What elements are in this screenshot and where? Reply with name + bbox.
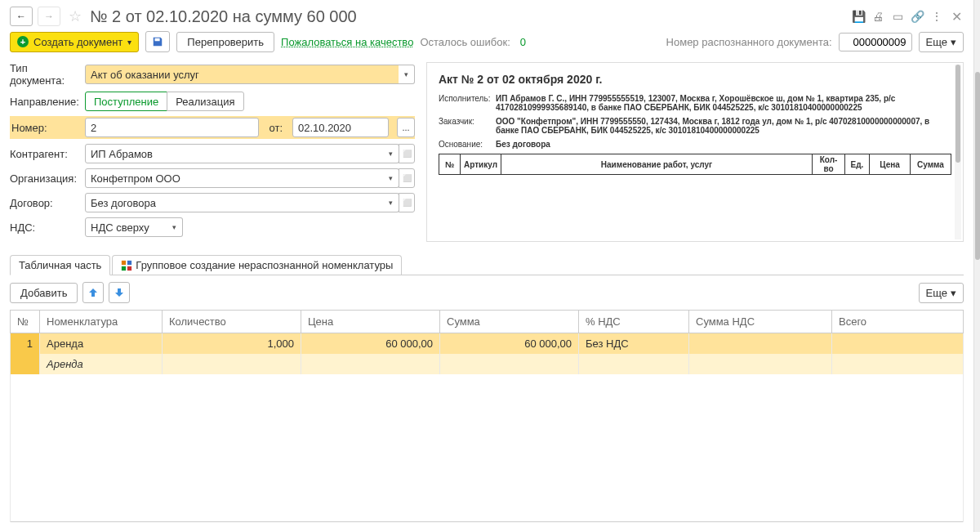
table-header-row: № Номенклатура Количество Цена Сумма % Н…: [11, 311, 964, 333]
document-preview: Акт № 2 от 02 октября 2020 г. Исполнител…: [426, 62, 964, 242]
nav-forward-button[interactable]: →: [38, 7, 60, 26]
contract-label: Договор:: [10, 197, 80, 209]
table-more-button[interactable]: Еще▾: [919, 283, 964, 303]
link-icon[interactable]: 🔗: [910, 9, 924, 24]
direction-in-button[interactable]: Поступление: [85, 92, 167, 111]
direction-out-button[interactable]: Реализация: [167, 92, 243, 111]
table-empty-area[interactable]: [11, 374, 964, 521]
doc-number-input[interactable]: [839, 33, 912, 51]
col-price[interactable]: Цена: [301, 311, 440, 333]
org-open-button[interactable]: ⬜: [399, 168, 415, 188]
add-row-button[interactable]: Добавить: [10, 283, 78, 303]
more-button[interactable]: Еще▾: [919, 32, 964, 52]
org-input[interactable]: Конфетпром ООО: [85, 168, 384, 188]
kebab-menu-icon[interactable]: ⋮: [929, 9, 944, 24]
date-input[interactable]: 02.10.2020: [292, 118, 389, 137]
doc-type-select[interactable]: Акт об оказании услуг: [85, 65, 399, 84]
save-disk-icon[interactable]: 💾: [851, 9, 866, 24]
customer-label: Заказчик:: [439, 117, 496, 135]
executor-label: Исполнитель:: [439, 94, 496, 112]
col-total[interactable]: Всего: [832, 311, 964, 333]
number-label: Номер:: [10, 122, 80, 134]
counterparty-open-button[interactable]: ⬜: [399, 144, 415, 163]
contract-open-button[interactable]: ⬜: [399, 193, 415, 212]
form-panel: Тип документа: Акт об оказании услуг ▾ Н…: [10, 62, 415, 242]
svg-rect-1: [127, 260, 131, 264]
toolbar: + Создать документ ▾ Перепроверить Пожал…: [10, 31, 964, 52]
table-row[interactable]: 1 Аренда 1,000 60 000,00 60 000,00 Без Н…: [11, 333, 964, 355]
recheck-button[interactable]: Перепроверить: [176, 32, 274, 52]
preview-scrollbar[interactable]: [955, 65, 961, 239]
counterparty-input[interactable]: ИП Абрамов: [85, 144, 384, 163]
doc-type-dropdown[interactable]: ▾: [399, 65, 415, 84]
page-scrollbar[interactable]: [973, 0, 980, 532]
errors-count: 0: [520, 36, 526, 48]
date-label: от:: [269, 122, 283, 134]
create-document-label: Создать документ: [33, 36, 122, 48]
basis-label: Основание:: [439, 140, 496, 149]
move-up-button[interactable]: [82, 282, 104, 303]
col-vat-sum[interactable]: Сумма НДС: [689, 311, 832, 333]
doc-number-label: Номер распознанного документа:: [666, 36, 832, 48]
col-sum[interactable]: Сумма: [440, 311, 579, 333]
nav-back-button[interactable]: ←: [10, 7, 33, 26]
date-picker-button[interactable]: ...: [397, 118, 415, 137]
chevron-down-icon: ▾: [127, 38, 131, 47]
header-row: ← → ☆ № 2 от 02.10.2020 на сумму 60 000 …: [10, 7, 964, 26]
col-vat-rate[interactable]: % НДС: [579, 311, 689, 333]
counterparty-label: Контрагент:: [10, 148, 80, 160]
tab-group-create[interactable]: Групповое создание нераспознанной номенк…: [112, 255, 402, 275]
contract-input[interactable]: Без договора: [85, 193, 384, 212]
table-toolbar: Добавить Еще▾: [10, 282, 964, 303]
col-qty[interactable]: Количество: [163, 311, 301, 333]
counterparty-dropdown[interactable]: ▾: [383, 144, 399, 163]
close-icon[interactable]: ✕: [949, 9, 964, 24]
tab-table-part[interactable]: Табличная часть: [10, 255, 110, 275]
contract-dropdown[interactable]: ▾: [383, 193, 399, 212]
save-button[interactable]: [145, 31, 170, 52]
doc-type-label: Тип документа:: [10, 62, 80, 87]
svg-rect-0: [122, 260, 126, 264]
errors-left-label: Осталось ошибок:: [420, 36, 510, 48]
preview-table: № Артикул Наименование работ, услуг Кол-…: [439, 154, 951, 175]
complain-link[interactable]: Пожаловаться на качество: [281, 36, 413, 48]
move-down-button[interactable]: [109, 282, 130, 303]
group-create-icon: [121, 260, 132, 271]
org-dropdown[interactable]: ▾: [383, 168, 399, 188]
basis-value: Без договора: [496, 140, 951, 149]
direction-label: Направление:: [10, 96, 80, 108]
print-icon[interactable]: 🖨: [871, 9, 885, 24]
number-input[interactable]: 2: [85, 118, 259, 137]
favorite-star-icon[interactable]: ☆: [69, 7, 82, 25]
page-title: № 2 от 02.10.2020 на сумму 60 000: [90, 7, 846, 26]
chevron-down-icon: ▾: [951, 287, 956, 299]
svg-rect-2: [122, 266, 126, 270]
vat-select[interactable]: НДС сверху: [85, 217, 167, 237]
chevron-down-icon: ▾: [951, 36, 956, 48]
create-document-button[interactable]: + Создать документ ▾: [10, 32, 139, 52]
preview-title: Акт № 2 от 02 октября 2020 г.: [439, 73, 951, 86]
table-subrow[interactable]: Аренда: [11, 354, 964, 374]
vat-dropdown[interactable]: ▾: [167, 217, 183, 237]
plus-icon: +: [17, 36, 29, 47]
report-icon[interactable]: ▭: [890, 9, 905, 24]
col-nomen[interactable]: Номенклатура: [40, 311, 163, 333]
tabs: Табличная часть Групповое создание нерас…: [10, 255, 964, 275]
customer-value: ООО "Конфетпром", ИНН 7799555550, 127434…: [496, 117, 951, 135]
data-table[interactable]: № Номенклатура Количество Цена Сумма % Н…: [10, 310, 964, 522]
col-num[interactable]: №: [11, 311, 40, 333]
vat-label: НДС:: [10, 221, 80, 234]
executor-value: ИП Абрамов Г. С., ИНН 779955555519, 1230…: [496, 94, 951, 112]
svg-rect-3: [127, 266, 131, 270]
org-label: Организация:: [10, 172, 80, 185]
